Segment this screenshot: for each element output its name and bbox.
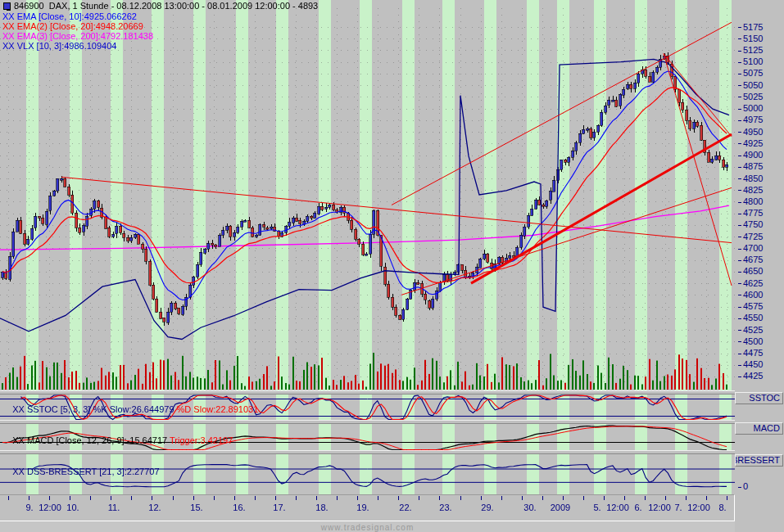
x-axis-label: 16.: [220, 503, 259, 512]
x-axis-tick: [522, 496, 523, 500]
dss-label: XX DSS-BRESSERT [21, 3]:2.27707: [12, 467, 159, 476]
x-axis-tick: [357, 496, 358, 500]
y-axis-label: 4600: [738, 290, 763, 300]
y-axis-label: 4850: [738, 174, 763, 183]
y-axis-label: 4500: [738, 336, 763, 346]
x-axis-tick: [173, 496, 174, 500]
x-axis-tick: [214, 496, 215, 500]
macd-line-label: XX MACD [Close, 12, 26, 9]:-15.64717: [12, 435, 170, 445]
x-axis-tick: [378, 496, 378, 500]
price-axis[interactable]: 4425445044754500452545504575460046254650…: [735, 0, 784, 532]
time-axis[interactable]: 9.12:0010.11.12.15.16.17.18.19.22.23.29.…: [0, 494, 735, 521]
x-axis-tick: [645, 496, 646, 500]
y-axis-label: 4900: [738, 150, 763, 160]
x-axis-tick: [439, 496, 440, 500]
y-axis-label: 4925: [738, 138, 763, 148]
x-axis-tick: [152, 496, 152, 500]
y-axis-label: 4575: [738, 301, 763, 311]
y-axis-label: 4725: [738, 232, 763, 241]
x-axis-tick: [131, 496, 132, 500]
legend-ema200[interactable]: XX EMA(3) [Close, 200]:4792.181438: [2, 31, 153, 41]
y-axis-label: 4875: [738, 161, 763, 171]
y-axis-label: 4525: [738, 325, 763, 335]
legend-ema20[interactable]: XX EMA(2) [Close, 20]:4948.20669: [2, 21, 143, 31]
x-axis-tick: [604, 496, 605, 500]
x-axis-tick: [234, 496, 235, 500]
x-axis-tick: [706, 496, 707, 500]
y-axis-label: 5150: [738, 34, 763, 43]
dss-zero-label: 0: [738, 481, 748, 491]
x-axis-tick: [49, 496, 50, 500]
x-axis-label: 2009: [541, 503, 580, 512]
x-axis-label: 19.: [343, 503, 383, 512]
x-axis-tick: [419, 496, 419, 500]
axis-tick-dash: [738, 487, 741, 488]
y-axis-label: 5175: [738, 22, 763, 32]
x-axis-tick: [624, 496, 625, 500]
x-axis-tick: [193, 496, 194, 500]
chart-title: 846900 DAX, 1 Stunde - 08.12.2008 13:00:…: [14, 1, 318, 11]
macd-trigger-label: Trigger:3.42197: [170, 435, 233, 445]
x-axis-tick: [255, 496, 256, 500]
x-axis-label: 17.: [260, 503, 299, 512]
x-axis-tick: [398, 496, 399, 500]
x-axis-tick: [686, 496, 687, 500]
x-axis-tick: [542, 496, 543, 500]
x-axis-label: 22.: [386, 503, 425, 512]
y-axis-label: 4950: [738, 127, 763, 137]
x-axis-tick: [665, 496, 666, 500]
sstoc-k-label: XX SSTOC [5, 3, 3] %K Slow:26.644979: [12, 404, 176, 414]
sstoc-panel-label[interactable]: XX SSTOC [5, 3, 3] %K Slow:26.644979 %D …: [2, 394, 258, 424]
x-axis-tick: [90, 496, 91, 500]
x-axis-label: 8.: [703, 503, 742, 512]
x-axis-label: 15.: [177, 503, 216, 512]
y-axis-label: 4675: [738, 255, 763, 264]
y-axis-label: 5075: [738, 68, 763, 78]
y-axis-label: 4975: [738, 115, 763, 124]
dss-panel-label[interactable]: XX DSS-BRESSERT [21, 3]:2.27707: [2, 457, 160, 486]
x-axis-tick: [563, 496, 564, 500]
x-axis-label: 10.: [53, 503, 93, 512]
y-axis-label: 4450: [738, 359, 763, 369]
tradesignal-chart-window: 846900 DAX, 1 Stunde - 08.12.2008 13:00:…: [0, 0, 784, 532]
y-axis-label: 5100: [738, 56, 763, 66]
x-axis-tick: [316, 496, 317, 500]
x-axis-label: 11.: [94, 503, 134, 512]
dss-bressert-axis-button[interactable]: DSS-BRESSERT: [735, 454, 783, 467]
legend-ema10[interactable]: XX EMA [Close, 10]:4925.066262: [2, 11, 137, 21]
x-axis-label: 29.: [468, 503, 507, 512]
sstoc-d-label: %D Slow:22.891031: [177, 404, 259, 414]
y-axis-label: 5050: [738, 80, 763, 90]
x-axis-tick: [70, 496, 70, 500]
y-axis-label: 5000: [738, 103, 763, 113]
macd-axis-button[interactable]: MACD: [735, 422, 783, 435]
x-axis-tick: [583, 496, 584, 500]
y-axis-label: 4625: [738, 278, 763, 288]
y-axis-label: 4550: [738, 313, 763, 322]
sstoc-axis-button[interactable]: SSTOC: [735, 392, 783, 404]
legend-vlx[interactable]: XX VLX [10, 3]:4986.109404: [2, 41, 116, 51]
y-axis-label: 4825: [738, 185, 763, 195]
x-axis-tick: [111, 496, 111, 500]
x-axis-tick: [275, 496, 276, 500]
y-axis-label: 4475: [738, 348, 763, 358]
x-axis-tick: [8, 496, 9, 500]
x-axis-label: 12.: [135, 503, 174, 512]
x-axis-label: 18.: [302, 503, 342, 512]
x-axis-tick: [727, 496, 727, 500]
chart-title-bar: 846900 DAX, 1 Stunde - 08.12.2008 13:00:…: [2, 1, 16, 11]
y-axis-label: 5125: [738, 45, 763, 55]
x-axis-tick: [337, 496, 338, 500]
y-axis-label: 5025: [738, 92, 763, 101]
y-axis-label: 4800: [738, 196, 763, 206]
candlestick-chart-icon: [3, 2, 11, 10]
x-axis-tick: [296, 496, 297, 500]
x-axis-tick: [460, 496, 461, 500]
y-axis-label: 4425: [738, 371, 763, 381]
y-axis-label: 4650: [738, 266, 763, 276]
y-axis-label: 4775: [738, 208, 763, 218]
y-axis-label: 4700: [738, 243, 763, 253]
x-axis-tick: [29, 496, 29, 500]
macd-panel-label[interactable]: XX MACD [Close, 12, 26, 9]:-15.64717 Tri…: [2, 426, 233, 455]
y-axis-label: 4750: [738, 219, 763, 229]
